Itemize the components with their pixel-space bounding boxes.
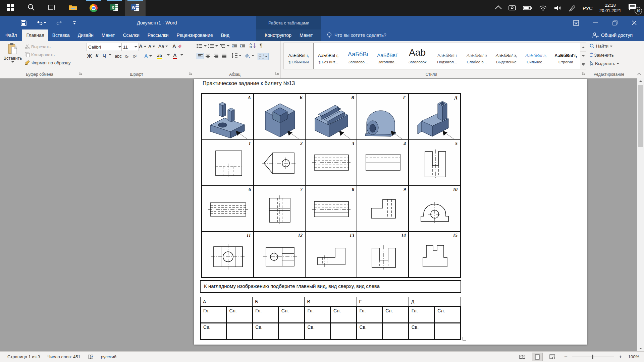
cell-a-main[interactable]: Гл. xyxy=(201,307,227,323)
word-button[interactable]: W xyxy=(125,0,146,16)
cell-d-main[interactable]: Гл. xyxy=(409,307,435,323)
grow-font-button[interactable]: А xyxy=(139,43,146,49)
bullets-button[interactable] xyxy=(197,44,207,48)
proofing-status[interactable] xyxy=(88,354,94,359)
style-no-spacing[interactable]: АаБбВвГг, ¶ Без инт... xyxy=(314,43,343,69)
header-cell-b[interactable]: Б xyxy=(253,297,305,307)
cell-a-top[interactable]: Св. xyxy=(201,323,227,340)
zoom-in-button[interactable]: + xyxy=(619,354,622,360)
cell-g-top[interactable]: Св. xyxy=(357,323,383,340)
page-indicator[interactable]: Страница 1 из 3 xyxy=(7,354,40,359)
styles-scroll-down[interactable] xyxy=(580,52,586,60)
copy-button[interactable]: Копировать xyxy=(25,52,55,57)
language-status[interactable]: русский xyxy=(101,354,117,359)
excel-button[interactable]: X xyxy=(104,0,125,16)
zoom-slider[interactable] xyxy=(572,357,614,357)
borders-button[interactable] xyxy=(258,53,269,60)
align-center-button[interactable] xyxy=(205,54,211,58)
cell-b-top[interactable]: Св. xyxy=(253,323,279,340)
scrollbar-down-arrow[interactable] xyxy=(637,346,644,352)
style-intense-emphasis[interactable]: АаБбВвГг, Сильное... xyxy=(521,43,551,69)
cell-g-left[interactable]: Сл. xyxy=(383,307,409,323)
tab-insert[interactable]: Вставка xyxy=(48,29,74,41)
tab-file[interactable]: Файл xyxy=(0,29,22,41)
line-spacing-button[interactable] xyxy=(231,53,241,58)
align-left-button[interactable] xyxy=(197,53,204,59)
restore-button[interactable] xyxy=(605,16,625,29)
paste-button[interactable]: Вставить xyxy=(3,43,22,63)
multilevel-list-button[interactable] xyxy=(219,44,229,48)
find-button[interactable]: Найти xyxy=(590,44,612,49)
text-effects-button[interactable]: А xyxy=(144,53,152,59)
underline-button[interactable]: Ч xyxy=(103,53,106,59)
read-mode-button[interactable] xyxy=(517,353,527,361)
replace-button[interactable]: abac Заменить xyxy=(590,52,614,58)
table-resize-handle[interactable] xyxy=(463,337,466,341)
tab-layout[interactable]: Макет xyxy=(98,29,119,41)
cell-b-left[interactable]: Сл. xyxy=(278,307,305,323)
tab-view[interactable]: Вид xyxy=(217,29,233,41)
scrollbar-thumb[interactable] xyxy=(638,85,643,147)
shrink-font-button[interactable]: А xyxy=(148,44,155,49)
text-highlight-button[interactable]: ab xyxy=(157,53,162,59)
tab-home[interactable]: Главная xyxy=(22,29,48,41)
collapse-ribbon-button[interactable] xyxy=(637,71,641,76)
style-heading2[interactable]: АаБбВвГ Заголово... xyxy=(373,43,403,69)
styles-dialog-launcher[interactable] xyxy=(582,71,586,76)
style-title[interactable]: Aab Заголовок xyxy=(402,43,432,69)
cell-v-top[interactable]: Св. xyxy=(305,323,331,340)
undo-button[interactable] xyxy=(37,20,46,25)
clear-formatting-button[interactable]: А xyxy=(172,43,181,49)
highlight-caret[interactable] xyxy=(167,54,170,56)
document-heading[interactable]: Практическое задание к билету №13 xyxy=(203,80,295,86)
paragraph-dialog-launcher[interactable] xyxy=(275,71,279,76)
format-painter-button[interactable]: Формат по образцу xyxy=(25,60,71,65)
subscript-button[interactable]: x₂ xyxy=(125,54,129,59)
zoom-level[interactable]: 100% xyxy=(628,354,639,359)
close-button[interactable] xyxy=(625,16,644,29)
style-subtitle[interactable]: АаБбВвГі Подзагол... xyxy=(432,43,462,69)
header-cell-g[interactable]: Г xyxy=(357,297,409,307)
sort-button[interactable]: АЯ xyxy=(250,43,256,49)
numbering-button[interactable] xyxy=(208,44,218,48)
action-center-button[interactable]: 19 xyxy=(628,3,640,13)
select-button[interactable]: Выделить xyxy=(590,61,619,66)
web-layout-button[interactable] xyxy=(547,353,557,361)
bold-button[interactable]: Ж xyxy=(87,53,92,59)
font-color-caret[interactable] xyxy=(180,54,183,56)
clock[interactable]: 22:18 20.01.2021 xyxy=(599,3,621,14)
font-name-combobox[interactable]: Calibri xyxy=(87,43,123,51)
cell-d-top[interactable]: Св. xyxy=(409,323,435,340)
clipboard-dialog-launcher[interactable] xyxy=(79,71,83,76)
style-subtle-emphasis[interactable]: АаБбВвГг Слабое в... xyxy=(462,43,492,69)
tab-mailings[interactable]: Рассылки xyxy=(144,29,173,41)
word-count[interactable]: Число слов: 451 xyxy=(47,354,80,359)
style-emphasis[interactable]: АаБбВвГг, Выделение xyxy=(492,43,522,69)
italic-button[interactable]: К xyxy=(95,53,99,59)
font-size-combobox[interactable]: 11 xyxy=(121,43,139,51)
font-color-button[interactable]: А xyxy=(173,52,177,59)
cell-a-left[interactable]: Сл. xyxy=(226,307,253,323)
change-case-button[interactable]: Аа xyxy=(158,44,168,49)
cell-g-main[interactable]: Гл. xyxy=(357,307,383,323)
decrease-indent-button[interactable] xyxy=(231,44,237,48)
header-cell-v[interactable]: В xyxy=(305,297,357,307)
show-marks-button[interactable]: ¶ xyxy=(260,43,263,49)
style-strong[interactable]: АаБбВвГг, Строгий xyxy=(551,43,581,69)
tab-design[interactable]: Дизайн xyxy=(74,29,98,41)
ribbon-display-options-button[interactable] xyxy=(566,16,586,29)
superscript-button[interactable]: x² xyxy=(133,54,137,59)
task-view-button[interactable] xyxy=(42,0,62,16)
align-right-button[interactable] xyxy=(213,54,219,58)
cell-a-empty[interactable] xyxy=(226,323,253,340)
styles-scroll-up[interactable] xyxy=(580,43,586,52)
hidden-icons-chevron[interactable] xyxy=(497,6,501,10)
font-dialog-launcher[interactable] xyxy=(189,71,193,76)
chrome-button[interactable] xyxy=(83,0,104,16)
cell-v-left[interactable]: Сл. xyxy=(330,307,357,323)
document-page[interactable]: Практическое задание к билету №13 А xyxy=(194,79,587,345)
strikethrough-button[interactable]: abc xyxy=(115,54,122,59)
pen-tray-icon[interactable] xyxy=(569,5,576,11)
file-explorer-button[interactable] xyxy=(62,0,83,16)
battery-tray-icon[interactable] xyxy=(523,5,532,11)
